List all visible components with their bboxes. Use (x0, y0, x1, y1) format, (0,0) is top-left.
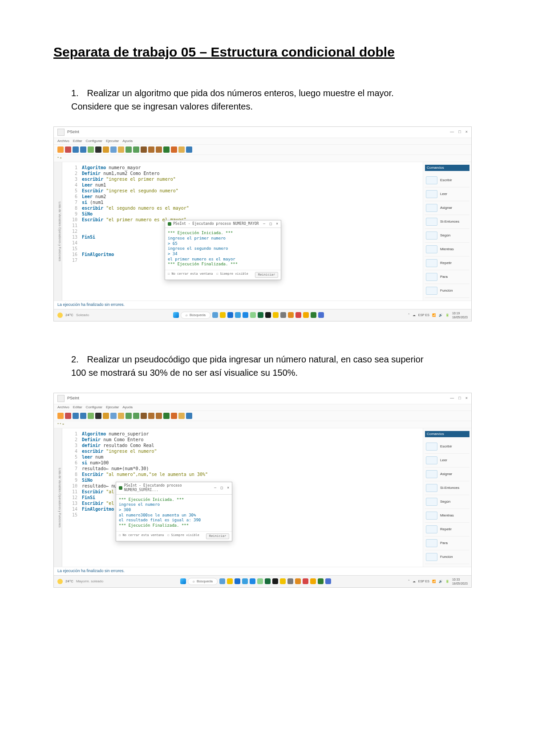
toolbar-icon[interactable] (57, 146, 64, 153)
toolbar-icon[interactable] (80, 146, 86, 153)
command-item[interactable]: Si-Entonces (425, 481, 469, 495)
taskbar-app-icon[interactable] (257, 578, 263, 584)
menu-item[interactable]: Ayuda (122, 405, 133, 409)
taskbar-app-icon[interactable] (272, 578, 278, 584)
command-item[interactable]: Mientras (425, 243, 469, 256)
close-icon[interactable]: × (465, 396, 468, 401)
command-item[interactable]: Mientras (425, 509, 469, 523)
toolbar-icon[interactable] (125, 413, 132, 419)
taskbar-app-icon[interactable] (318, 312, 324, 318)
toolbar-icon[interactable] (88, 146, 94, 153)
toolbar-icon[interactable] (103, 146, 109, 153)
taskbar-app-icon[interactable] (280, 312, 286, 318)
editor-tabs[interactable]: * × (54, 155, 471, 162)
start-icon[interactable] (173, 312, 179, 318)
taskbar-app-icon[interactable] (243, 312, 248, 318)
start-icon[interactable] (180, 578, 186, 584)
menu-item[interactable]: Ejecutar (106, 139, 119, 143)
minimize-icon[interactable]: — (450, 130, 454, 135)
menu-item[interactable]: Configurar (86, 405, 102, 409)
maximize-icon[interactable]: □ (458, 130, 461, 135)
command-item[interactable]: Para (425, 270, 469, 284)
toolbar-icon[interactable] (163, 413, 170, 419)
tray-wifi-icon[interactable]: 📶 (432, 313, 436, 317)
tray-battery-icon[interactable]: 🔋 (445, 579, 449, 583)
command-item[interactable]: Para (425, 537, 469, 550)
toolbar-icon[interactable] (148, 146, 154, 153)
taskbar-app-icon[interactable] (227, 578, 233, 584)
tray-chevron-icon[interactable]: ˄ (408, 579, 410, 583)
left-sidebar[interactable]: Lista de Variables Operadores y Funcione… (54, 428, 62, 567)
always-visible-checkbox[interactable]: ☐ Siempre visible (167, 533, 199, 539)
taskbar-app-icon[interactable] (303, 578, 308, 584)
minimize-icon[interactable]: — (263, 222, 265, 226)
command-item[interactable]: Escribir (425, 174, 469, 187)
restart-button[interactable]: Reiniciar (206, 533, 229, 539)
close-icon[interactable]: × (465, 130, 468, 135)
command-item[interactable]: Según (425, 495, 469, 509)
toolbar-icon[interactable] (95, 146, 101, 153)
minimize-icon[interactable]: — (214, 486, 216, 490)
toolbar-icon[interactable] (65, 146, 71, 153)
menu-item[interactable]: Editar (73, 405, 82, 409)
taskbar-search[interactable]: ⌕ Búsqueda (181, 312, 210, 319)
maximize-icon[interactable]: □ (458, 396, 461, 401)
toolbar-icon[interactable] (118, 146, 124, 153)
command-item[interactable]: Escribir (425, 440, 469, 454)
code-editor[interactable]: 1Algoritmo numero_mayor2 Definir num1,nu… (62, 162, 423, 301)
menu-item[interactable]: Ejecutar (106, 405, 119, 409)
restart-button[interactable]: Reiniciar (255, 272, 278, 278)
maximize-icon[interactable]: □ (270, 222, 272, 226)
command-item[interactable]: Repetir (425, 256, 469, 270)
taskbar-app-icon[interactable] (288, 312, 294, 318)
toolbar-icon[interactable] (133, 146, 139, 153)
toolbar-icon[interactable] (163, 146, 170, 153)
menu-item[interactable]: Configurar (86, 139, 102, 143)
command-item[interactable]: Leer (425, 187, 469, 201)
maximize-icon[interactable]: □ (221, 486, 223, 490)
tray-volume-icon[interactable]: 🔊 (439, 579, 443, 583)
toolbar-icon[interactable] (73, 146, 79, 153)
toolbar-icon[interactable] (178, 413, 185, 419)
menu-item[interactable]: Ayuda (122, 139, 133, 143)
close-icon[interactable]: × (276, 222, 278, 226)
toolbar-icon[interactable] (65, 413, 71, 419)
tray-lang[interactable]: ESP ES (418, 579, 429, 583)
tray-onedrive-icon[interactable]: ☁ (413, 579, 416, 583)
taskbar-app-icon[interactable] (235, 312, 241, 318)
menu-item[interactable]: Editar (73, 139, 82, 143)
close-icon[interactable]: × (227, 486, 229, 490)
no-close-checkbox[interactable]: ☐ No cerrar esta ventana (119, 533, 164, 539)
toolbar-icon[interactable] (88, 413, 94, 419)
toolbar-icon[interactable] (141, 146, 147, 153)
tray-clock[interactable]: 10:1918/05/2023 (452, 311, 468, 319)
toolbar-icon[interactable] (57, 413, 64, 419)
left-sidebar[interactable]: Lista de Variables Operadores y Funcione… (54, 162, 62, 301)
toolbar-icon[interactable] (171, 413, 177, 419)
tray-onedrive-icon[interactable]: ☁ (413, 313, 416, 317)
taskbar-app-icon[interactable] (287, 578, 293, 584)
taskbar-app-icon[interactable] (325, 578, 331, 584)
command-item[interactable]: Función (425, 284, 469, 298)
taskbar-app-icon[interactable] (310, 578, 316, 584)
toolbar-icon[interactable] (148, 413, 154, 419)
command-item[interactable]: Función (425, 550, 469, 564)
taskbar-app-icon[interactable] (219, 578, 225, 584)
command-item[interactable]: Asignar (425, 201, 469, 215)
toolbar-icon[interactable] (186, 146, 192, 153)
code-editor[interactable]: 1Algoritmo numero_superior2 Definir num … (62, 428, 423, 567)
editor-tabs[interactable]: * * × (54, 421, 471, 428)
taskbar-app-icon[interactable] (318, 578, 324, 584)
toolbar-icon[interactable] (110, 413, 117, 419)
toolbar-icon[interactable] (95, 413, 101, 419)
command-item[interactable]: Si-Entonces (425, 215, 469, 229)
menu-item[interactable]: Archivo (57, 405, 69, 409)
always-visible-checkbox[interactable]: ☐ Siempre visible (216, 272, 248, 278)
minimize-icon[interactable]: — (450, 396, 454, 401)
tray-volume-icon[interactable]: 🔊 (439, 313, 443, 317)
tray-clock[interactable]: 10:3318/05/2023 (452, 577, 468, 585)
toolbar-icon[interactable] (156, 413, 162, 419)
toolbar-icon[interactable] (141, 413, 147, 419)
command-item[interactable]: Repetir (425, 523, 469, 537)
toolbar-icon[interactable] (80, 413, 86, 419)
